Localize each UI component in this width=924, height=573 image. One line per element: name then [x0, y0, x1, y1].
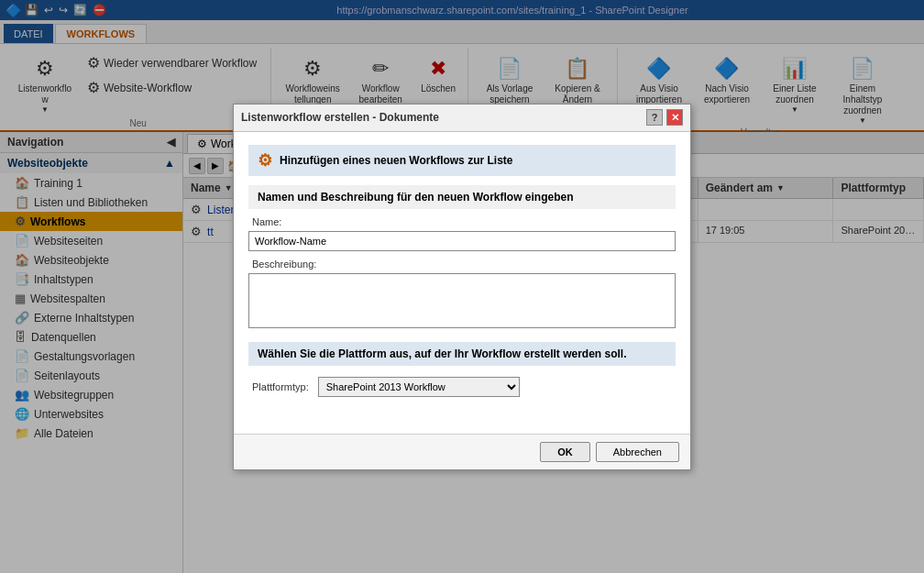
- dialog-section-icon: ⚙: [258, 150, 272, 171]
- dialog-title: Listenworkflow erstellen - Dokumente: [241, 111, 439, 124]
- dialog-description-label: Beschreibung:: [248, 259, 676, 270]
- dialog-name-label: Name:: [248, 216, 676, 227]
- dialog-platform-select[interactable]: SharePoint 2013 Workflow: [318, 377, 520, 397]
- dialog-field-section-label: Namen und Beschreibung für den neuen Wor…: [258, 191, 573, 204]
- dialog-help-button[interactable]: ?: [646, 109, 663, 126]
- dialog-description-textarea[interactable]: [248, 273, 676, 328]
- dialog-platform-row: Plattformtyp: SharePoint 2013 Workflow: [248, 373, 676, 401]
- dialog-close-button[interactable]: ✕: [666, 109, 683, 126]
- dialog-platform-section-label: Wählen Sie die Plattform aus, auf der Ih…: [258, 347, 627, 360]
- dialog-section-header: ⚙ Hinzufügen eines neuen Workflows zur L…: [248, 145, 676, 176]
- dialog-cancel-button[interactable]: Abbrechen: [596, 442, 679, 462]
- dialog-section-header-label: Hinzufügen eines neuen Workflows zur Lis…: [280, 154, 512, 167]
- dialog-platform-section: Wählen Sie die Plattform aus, auf der Ih…: [248, 342, 676, 366]
- dialog-titlebar: Listenworkflow erstellen - Dokumente ? ✕: [234, 105, 690, 132]
- dialog-titlebar-buttons: ? ✕: [646, 109, 683, 126]
- dialog-overlay: Listenworkflow erstellen - Dokumente ? ✕…: [0, 0, 924, 573]
- dialog-name-input[interactable]: [248, 231, 676, 251]
- dialog-field-section: Namen und Beschreibung für den neuen Wor…: [248, 185, 676, 209]
- dialog-ok-button[interactable]: OK: [540, 442, 590, 462]
- dialog-platform-label: Plattformtyp:: [252, 381, 309, 392]
- dialog-content: ⚙ Hinzufügen eines neuen Workflows zur L…: [234, 132, 690, 434]
- dialog-footer: OK Abbrechen: [234, 434, 690, 469]
- dialog-listenworkflow: Listenworkflow erstellen - Dokumente ? ✕…: [233, 104, 691, 470]
